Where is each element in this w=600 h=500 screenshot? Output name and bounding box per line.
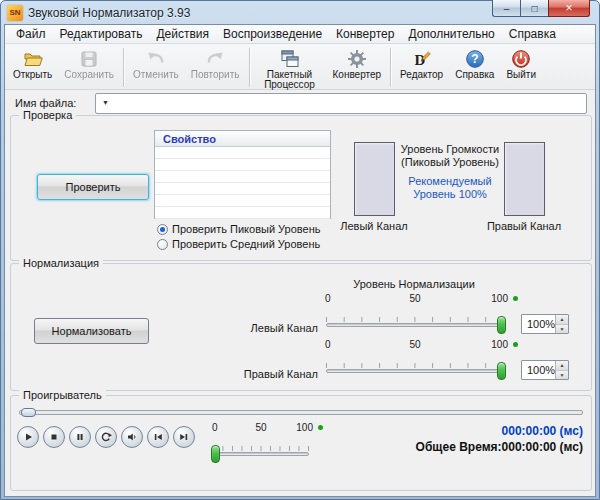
slider-track[interactable] [326,369,504,373]
radio-selected-icon [157,224,168,235]
right-channel-slider[interactable]: 0 50 100 [326,339,504,379]
player-group: Проигрыватель [10,395,592,491]
left-level-value: 100% [522,315,555,333]
window-title: Звуковой Нормализатор 3.93 [28,6,190,20]
table-row [155,147,330,159]
toolbar-open-label: Открыть [13,70,52,80]
menu-help[interactable]: Справка [502,25,563,43]
repeat-button[interactable] [95,426,117,448]
toolbar-undo-label: Отменить [133,70,179,80]
volume-title-line1: Уровень Громкости [398,143,502,156]
mute-button[interactable] [121,426,143,448]
toolbar-converter-label: Конвертер [333,70,382,80]
save-icon [79,49,99,69]
toolbar-batch-processor-button[interactable]: Пакетный Процессор [253,46,327,92]
app-icon: SN [7,5,23,21]
minimize-button[interactable]: – [492,0,520,17]
toolbar-help-button[interactable]: ? Справка [449,46,500,82]
toolbar-separator [390,48,391,87]
chevron-down-icon[interactable]: ▼ [102,99,109,106]
slider-track[interactable] [213,452,309,456]
scale-0: 0 [325,293,331,304]
total-time: Общее Время:000:00:00 (мс) [416,440,583,454]
slider-handle[interactable] [497,362,506,380]
player-group-title: Проигрыватель [19,389,106,401]
volume-slider[interactable]: 0 50 100 [213,422,309,462]
editor-pencil-icon: D [412,49,432,69]
scale-0: 0 [325,339,331,350]
total-time-unit: (мс) [560,440,583,454]
slider-track[interactable] [326,323,504,327]
menu-actions[interactable]: Действия [149,25,216,43]
toolbar-exit-label: Выйти [506,70,536,80]
menu-playback[interactable]: Воспроизведение [216,25,329,43]
recommended-level-line1: Рекомендуемый [398,175,502,188]
undo-icon [146,49,166,69]
left-level-spinbox[interactable]: 100% ▲ ▼ [521,314,569,334]
total-time-value: 000:00:00 [502,440,557,454]
toolbar-exit-button[interactable]: Выйти [500,46,542,82]
scale-0: 0 [212,422,218,433]
toolbar-editor-label: Редактор [400,70,443,80]
radio-unselected-icon [157,239,168,250]
caption-buttons: – □ × [492,0,590,17]
toolbar-open-button[interactable]: Открыть [7,46,58,82]
spin-down-button[interactable]: ▼ [556,325,568,334]
spin-up-button[interactable]: ▲ [556,315,568,325]
table-row [155,207,330,219]
left-channel-slider[interactable]: 0 50 100 [326,293,504,333]
slider-handle[interactable] [211,445,220,463]
spin-arrows: ▲ ▼ [555,315,568,333]
check-button[interactable]: Проверить [37,174,149,200]
svg-text:?: ? [471,52,478,66]
current-time-value: 000:00:00 [502,424,557,438]
toolbar-save-button[interactable]: Сохранить [58,46,120,82]
check-group: Проверка Свойство Проверить Проверить Пи… [10,115,592,261]
play-button[interactable] [17,426,39,448]
stop-button[interactable] [43,426,65,448]
toolbar-undo-button[interactable]: Отменить [127,46,185,82]
radio-check-peak-label: Проверить Пиковый Уровень [172,223,321,235]
menu-extra[interactable]: Дополнительно [401,25,501,43]
toolbar-help-label: Справка [455,70,494,80]
scale-end-dot [513,342,518,347]
menu-file[interactable]: Файл [9,25,53,43]
slider-scale: 0 50 100 [213,422,309,433]
menu-converter[interactable]: Конвертер [329,25,401,43]
filename-combobox[interactable]: ▼ [95,93,587,114]
right-level-spinbox[interactable]: 100% ▲ ▼ [521,360,569,380]
property-table[interactable]: Свойство [154,130,331,219]
right-channel-label: Правый Канал [484,220,564,232]
scale-end-dot [318,425,323,430]
menu-edit[interactable]: Редактировать [53,25,150,43]
rewind-button[interactable] [147,426,169,448]
toolbar-redo-label: Повторить [191,70,240,80]
player-buttons [17,426,195,448]
radio-check-mean-level[interactable]: Проверить Средний Уровень [157,238,320,250]
toolbar-editor-button[interactable]: D Редактор [394,46,449,82]
normalize-left-channel-label: Левый Канал [206,322,318,334]
toolbar-separator [249,48,250,87]
seek-handle[interactable] [21,408,36,417]
spin-up-button[interactable]: ▲ [556,361,568,371]
normalize-right-channel-label: Правый Канал [206,368,318,380]
maximize-button[interactable]: □ [520,0,548,17]
menu-bar: Файл Редактировать Действия Воспроизведе… [5,25,595,44]
table-row [155,195,330,207]
normalize-button[interactable]: Нормализовать [34,318,149,344]
check-group-title: Проверка [19,109,76,121]
client-area: Файл Редактировать Действия Воспроизведе… [4,24,596,497]
toolbar-converter-button[interactable]: Конвертер [327,46,388,82]
filename-label: Имя файла: [15,97,76,109]
spin-down-button[interactable]: ▼ [556,371,568,380]
slider-handle[interactable] [497,316,506,334]
seek-slider[interactable] [19,410,583,415]
title-bar[interactable]: SN Звуковой Нормализатор 3.93 – □ × [4,1,596,24]
forward-button[interactable] [173,426,195,448]
radio-check-peak-level[interactable]: Проверить Пиковый Уровень [157,223,321,235]
volume-title-line2: (Пиковый Уровень) [398,156,502,169]
close-button[interactable]: × [548,0,590,17]
toolbar-redo-button[interactable]: Повторить [185,46,246,82]
pause-button[interactable] [69,426,91,448]
table-row [155,171,330,183]
